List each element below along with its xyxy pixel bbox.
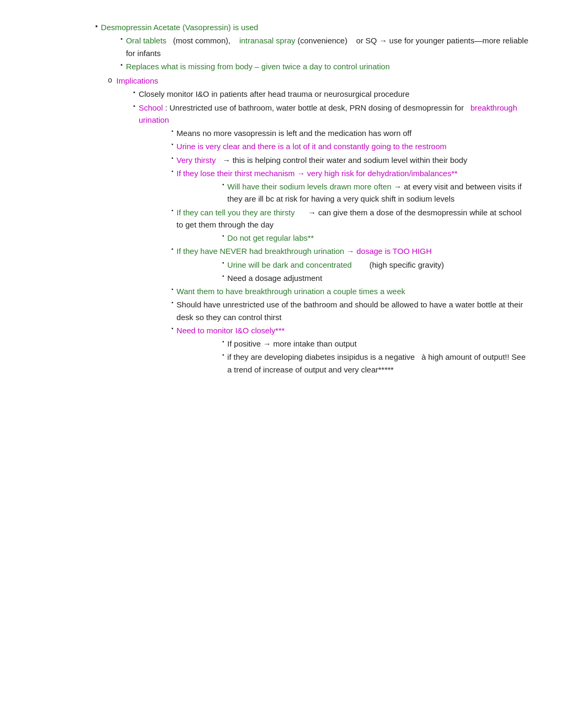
item-row: If they lose their thirst mechanism → ve… <box>171 167 530 179</box>
item-row: Oral tablets (most common), intranasal s… <box>121 34 530 59</box>
item-row: Want them to have breakthrough urination… <box>171 285 530 297</box>
item-row: Need to monitor I&O closely*** <box>171 324 530 336</box>
item-row: Means no more vasopressin is left and th… <box>171 127 530 139</box>
list-item: Need to monitor I&O closely***If positiv… <box>133 324 530 376</box>
list-item: If they can tell you they are thirsty → … <box>133 206 530 244</box>
list-item: Replaces what is missing from body – giv… <box>95 60 530 72</box>
item-row: Should have unrestricted use of the bath… <box>171 298 530 323</box>
item-row: Replaces what is missing from body – giv… <box>121 60 530 72</box>
item-row: Will have their sodium levels drawn more… <box>222 180 530 205</box>
item-row: School : Unrestricted use of bathroom, w… <box>133 102 530 126</box>
item-row: Very thirsty → this is helping control t… <box>171 154 530 166</box>
list-item: Desmopressin Acetate (Vasopressin) is us… <box>95 21 530 72</box>
list-item: Do not get regular labs** <box>171 232 530 244</box>
item-row: Urine will be dark and concentrated (hig… <box>222 259 530 271</box>
list-item: If they have NEVER had breakthrough urin… <box>133 245 530 284</box>
item-row: Need a dosage adjustment <box>222 272 530 284</box>
item-row: Implications <box>108 75 530 87</box>
item-row: Desmopressin Acetate (Vasopressin) is us… <box>95 21 530 33</box>
list-item: School : Unrestricted use of bathroom, w… <box>108 102 530 376</box>
list-item: If positive → more intake than output <box>171 338 530 350</box>
item-row: Do not get regular labs** <box>222 232 530 244</box>
list-item: ImplicationsClosely monitor I&O in patie… <box>95 75 530 376</box>
list-item: Urine is very clear and there is a lot o… <box>133 140 530 152</box>
page-content: Desmopressin Acetate (Vasopressin) is us… <box>95 21 530 376</box>
list-item: Will have their sodium levels drawn more… <box>171 180 530 205</box>
item-row: Closely monitor I&O in patients after he… <box>133 88 530 100</box>
list-item: If they lose their thirst mechanism → ve… <box>133 167 530 205</box>
list-item: if they are developing diabetes insipidu… <box>171 351 530 376</box>
item-row: If positive → more intake than output <box>222 338 530 350</box>
list-item: Need a dosage adjustment <box>171 272 530 284</box>
list-item: Very thirsty → this is helping control t… <box>133 154 530 166</box>
list-item: Urine will be dark and concentrated (hig… <box>171 259 530 271</box>
item-row: if they are developing diabetes insipidu… <box>222 351 530 376</box>
item-row: If they have NEVER had breakthrough urin… <box>171 245 530 257</box>
item-row: If they can tell you they are thirsty → … <box>171 206 530 231</box>
list-item: Oral tablets (most common), intranasal s… <box>95 34 530 59</box>
list-item: Means no more vasopressin is left and th… <box>133 127 530 139</box>
list-item: Want them to have breakthrough urination… <box>133 285 530 297</box>
list-item: Closely monitor I&O in patients after he… <box>108 88 530 100</box>
item-row: Urine is very clear and there is a lot o… <box>171 140 530 152</box>
list-item: Should have unrestricted use of the bath… <box>133 298 530 323</box>
